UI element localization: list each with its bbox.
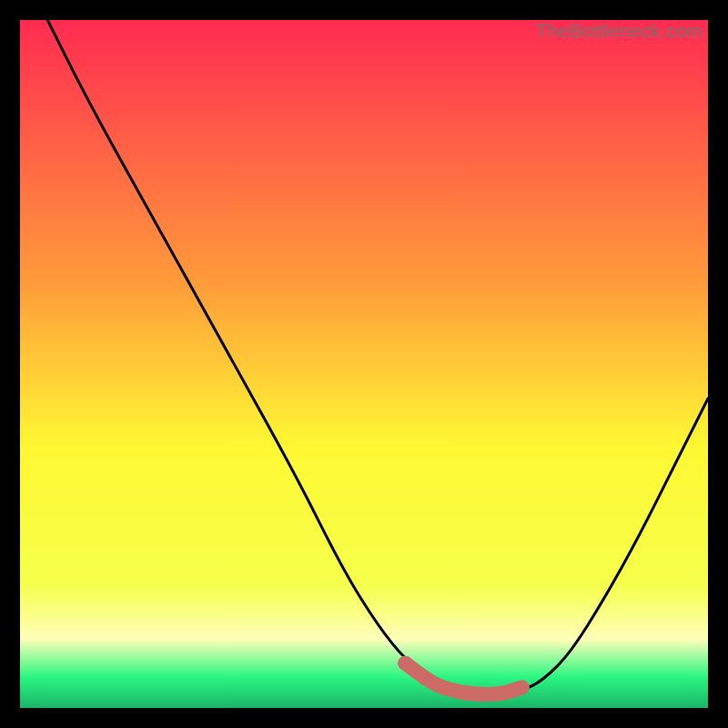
plot-area: TheBottleneck.com: [20, 20, 708, 708]
watermark-text: TheBottleneck.com: [536, 20, 703, 42]
chart-svg: [20, 20, 708, 708]
chart-frame: TheBottleneck.com: [0, 0, 728, 728]
